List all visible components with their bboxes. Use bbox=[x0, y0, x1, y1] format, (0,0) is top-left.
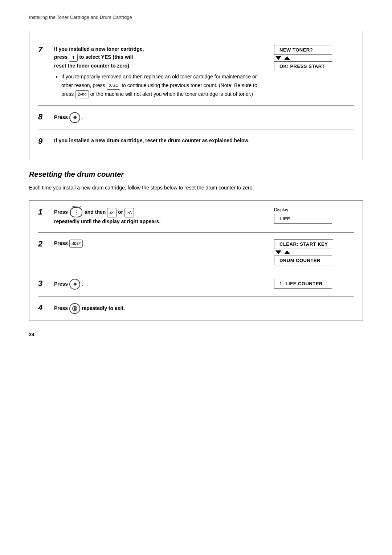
step-8-num: 8 bbox=[38, 112, 51, 122]
page-number: 24 bbox=[29, 332, 363, 337]
start-button-icon: ◆ bbox=[69, 112, 80, 123]
drum-step2-arrows bbox=[275, 249, 290, 256]
step-9-num: 9 bbox=[38, 136, 51, 146]
arrow-up-icon bbox=[284, 56, 290, 60]
step7-bold4: reset the toner counter to zero). bbox=[54, 63, 131, 69]
drum-step1-bold3: repeatedly until the display at right ap… bbox=[54, 219, 160, 224]
header-title: Installing the Toner Cartridge and Drum … bbox=[29, 15, 132, 20]
drum-step2-display1: CLEAR: START KEY bbox=[274, 239, 333, 249]
step7-bullet-item: If you temporarily removed and then repl… bbox=[61, 73, 263, 98]
arrow-down-icon bbox=[275, 56, 281, 60]
drum-step-2-content: Press 3DEF . bbox=[54, 239, 263, 248]
step-7-num: 7 bbox=[38, 45, 51, 54]
drum-step-3-num: 3 bbox=[38, 279, 51, 288]
drum-step-3-row: 3 Press ◆ . 1: LIFE COUNTER bbox=[38, 272, 354, 297]
step7-display-line2: OK: PRESS START bbox=[274, 61, 332, 71]
menu-label: MENU bbox=[72, 205, 81, 209]
nav-a-arrow: >A bbox=[124, 208, 134, 217]
step7-arrows bbox=[275, 55, 290, 61]
drum-step4-press-label: Press bbox=[54, 305, 68, 311]
drum-step-2-num: 2 bbox=[38, 239, 51, 249]
page-header: Installing the Toner Cartridge and Drum … bbox=[29, 15, 363, 20]
drum-step-2-row: 2 Press 3DEF . CLEAR: START KEY DRUM COU… bbox=[38, 233, 354, 272]
drum-step1-display-label: Display: bbox=[274, 207, 290, 212]
drum-step-4-content: Press repeatedly to exit. bbox=[54, 303, 354, 314]
drum-section-title: Resetting the drum counter bbox=[29, 170, 363, 179]
menu-dots: ⋮ bbox=[73, 209, 79, 216]
main-steps-box: 7 If you installed a new toner cartridge… bbox=[29, 31, 363, 160]
drum-step2-press-label: Press bbox=[54, 240, 68, 246]
menu-circle: MENU ⋮ bbox=[70, 207, 82, 217]
drum-section-intro: Each time you install a new drum cartrid… bbox=[29, 184, 363, 192]
step-7-row: 7 If you installed a new toner cartridge… bbox=[38, 38, 354, 106]
nav-z-arrow: Z< bbox=[107, 208, 117, 217]
step7-bold3: to select YES (this will bbox=[79, 54, 133, 60]
menu-button-icon: MENU ⋮ bbox=[70, 207, 82, 217]
drum-step3-press-label: Press bbox=[54, 281, 68, 286]
drum-steps-box: 1 Press MENU ⋮ and then Z< or >A repeate bbox=[29, 200, 363, 321]
stop-exit-icon bbox=[69, 303, 80, 314]
step7-kbd1: 1 bbox=[69, 54, 78, 62]
drum-step4-repeatedly: repeatedly to exit. bbox=[82, 305, 125, 311]
drum-step-1-num: 1 bbox=[38, 207, 51, 217]
drum-step1-and-then: and then bbox=[85, 209, 107, 215]
step8-press-label: Press bbox=[54, 114, 68, 120]
drum-step1-display-value: LIFE bbox=[274, 214, 332, 224]
step-7-content: If you installed a new toner cartridge, … bbox=[54, 45, 263, 99]
step9-text: If you installed a new drum cartridge, r… bbox=[54, 138, 250, 143]
drum-step2-display: CLEAR: START KEY DRUM COUNTER bbox=[274, 239, 354, 265]
arrow-down-icon2 bbox=[275, 250, 281, 254]
drum-step-1-row: 1 Press MENU ⋮ and then Z< or >A repeate bbox=[38, 201, 354, 232]
step7-press-label: press bbox=[54, 54, 68, 60]
drum-step-4-row: 4 Press repeatedly to exit. bbox=[38, 297, 354, 321]
drum-step1-display: Display: LIFE bbox=[274, 207, 354, 224]
step7-display: NEW TONER? OK: PRESS START bbox=[274, 45, 354, 71]
step-8-content: Press ◆ . bbox=[54, 112, 354, 123]
drum-step3-display: 1: LIFE COUNTER bbox=[274, 279, 354, 289]
drum-step2-display2: DRUM COUNTER bbox=[274, 256, 332, 265]
drum-step1-or: or bbox=[118, 209, 124, 215]
drum-step-3-content: Press ◆ . bbox=[54, 279, 263, 290]
stop-square-icon bbox=[74, 307, 76, 310]
step7-kbd3: 2ABC bbox=[75, 90, 89, 98]
step7-bold1: If you installed a new toner cartridge, bbox=[54, 46, 144, 52]
step7-bullets: If you temporarily removed and then repl… bbox=[54, 73, 263, 98]
drum-step2-kbd: 3DEF bbox=[69, 240, 83, 248]
drum-step1-press-label: Press bbox=[54, 209, 68, 215]
start-button-icon2: ◆ bbox=[69, 279, 80, 290]
drum-step-1-content: Press MENU ⋮ and then Z< or >A repeatedl… bbox=[54, 207, 263, 225]
step-9-row: 9 If you installed a new drum cartridge,… bbox=[38, 130, 354, 152]
drum-step-4-num: 4 bbox=[38, 303, 51, 313]
step-8-row: 8 Press ◆ . bbox=[38, 106, 354, 130]
stop-inner-icon bbox=[72, 306, 77, 311]
drum-step3-display-value: 1: LIFE COUNTER bbox=[274, 279, 332, 289]
step7-display-line1: NEW TONER? bbox=[274, 45, 332, 55]
step7-kbd2: 2ABC bbox=[107, 82, 121, 90]
arrow-up-icon2 bbox=[284, 250, 290, 254]
step-9-content: If you installed a new drum cartridge, r… bbox=[54, 136, 354, 144]
